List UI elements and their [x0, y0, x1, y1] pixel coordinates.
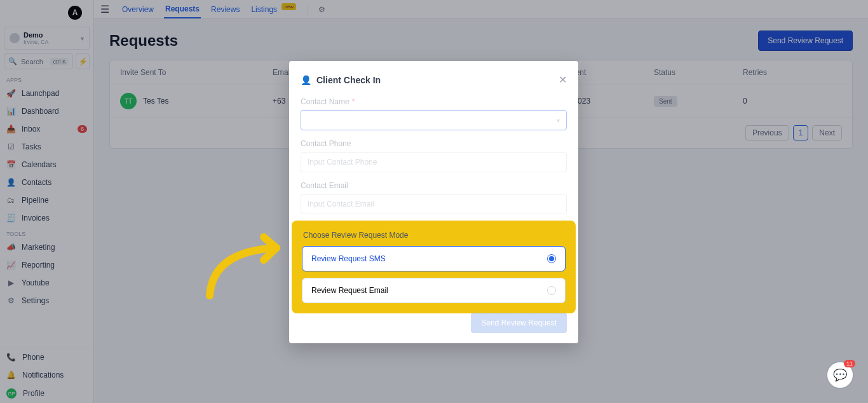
- contact-email-label: Contact Email: [301, 181, 567, 190]
- modal-title: Client Check In: [316, 75, 381, 85]
- radio-unselected-icon: [547, 286, 556, 295]
- mode-email-label: Review Request Email: [311, 286, 388, 295]
- contact-phone-label: Contact Phone: [301, 139, 567, 148]
- contact-phone-input[interactable]: [301, 152, 567, 172]
- mode-sms-label: Review Request SMS: [311, 254, 386, 263]
- contact-name-label: Contact Name*: [301, 97, 567, 106]
- highlight-annotation: Choose Review Request Mode Review Reques…: [292, 221, 576, 313]
- user-icon: 👤: [301, 75, 311, 85]
- modal-send-button[interactable]: Send Review Request: [471, 313, 567, 333]
- chat-icon: 💬: [833, 368, 847, 382]
- mode-option-email[interactable]: Review Request Email: [302, 278, 566, 303]
- contact-email-input[interactable]: [301, 194, 567, 214]
- radio-selected-icon: [547, 254, 556, 263]
- close-icon[interactable]: ✕: [559, 74, 567, 86]
- chat-fab[interactable]: 💬 11: [826, 361, 854, 389]
- chat-count-badge: 11: [844, 360, 855, 367]
- mode-option-sms[interactable]: Review Request SMS: [302, 246, 566, 271]
- client-checkin-modal: 👤 Client Check In ✕ Contact Name* ▾ Cont…: [289, 61, 578, 343]
- mode-label: Choose Review Request Mode: [303, 231, 566, 240]
- chevron-down-icon: ▾: [557, 117, 560, 124]
- contact-name-select[interactable]: ▾: [301, 110, 567, 130]
